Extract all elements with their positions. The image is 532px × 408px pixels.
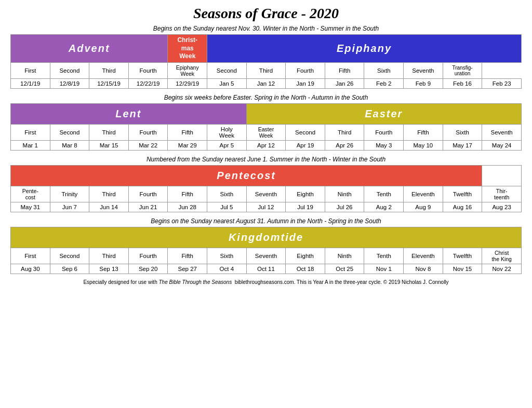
pentecost-header: Pentecost <box>11 165 482 186</box>
pent-date-1: May 31 <box>11 202 50 212</box>
kt-date-4: Sep 20 <box>128 264 168 274</box>
advent-epiphany-table: Advent Christ-masWeek Epiphany First Sec… <box>10 34 522 89</box>
kt-col-5: Fifth <box>168 248 207 264</box>
pent-date-11: Aug 9 <box>404 202 443 212</box>
pent-date-13: Aug 23 <box>482 202 522 212</box>
pentecost-subtitle: Numbered from the Sunday nearest June 1.… <box>10 156 522 163</box>
epiphany-date-4: Jan 26 <box>325 78 364 88</box>
epiphany-col-sixth: Sixth <box>364 62 404 78</box>
epiphany-col-second: Second <box>207 62 247 78</box>
pent-date-10: Aug 2 <box>364 202 404 212</box>
easter-col-third: Third <box>325 124 364 140</box>
lent-col-second: Second <box>50 124 89 140</box>
lent-date-3: Mar 15 <box>89 140 129 150</box>
page-title: Seasons of Grace - 2020 <box>10 5 522 22</box>
pent-date-7: Jul 12 <box>246 202 286 212</box>
pent-date-6: Jul 5 <box>207 202 247 212</box>
christmas-date: 12/29/19 <box>168 78 207 88</box>
easter-date-6: May 17 <box>443 140 482 150</box>
epiphany-date-1: Jan 5 <box>207 78 247 88</box>
epiphany-header: Epiphany <box>207 35 522 63</box>
easter-date-1: Apr 12 <box>246 140 286 150</box>
pentecost-block: Numbered from the Sunday nearest June 1.… <box>10 156 522 212</box>
lent-easter-table: Lent Easter First Second Third Fourth Fi… <box>10 103 522 151</box>
epiphany-col-fourth: Fourth <box>286 62 325 78</box>
pent-col-10: Tenth <box>364 186 404 202</box>
epiphany-date-3: Jan 19 <box>286 78 325 88</box>
pent-date-2: Jun 7 <box>50 202 89 212</box>
kt-date-6: Oct 4 <box>207 264 247 274</box>
pent-col-11: Eleventh <box>404 186 443 202</box>
kt-col-4: Fourth <box>128 248 168 264</box>
christmas-col: EpiphanyWeek <box>168 62 207 78</box>
kt-date-7: Oct 11 <box>246 264 286 274</box>
kt-col-8: Eighth <box>286 248 325 264</box>
epiphany-date-5: Feb 2 <box>364 78 404 88</box>
kt-col-10: Tenth <box>364 248 404 264</box>
easter-col-easterweek: EasterWeek <box>246 124 286 140</box>
kt-col-3: Third <box>89 248 129 264</box>
kt-col-7: Seventh <box>246 248 286 264</box>
kt-col-13: Christthe King <box>482 248 522 264</box>
kingdomtide-header: Kingdomtide <box>11 227 522 248</box>
kt-date-11: Nov 8 <box>404 264 443 274</box>
pent-date-3: Jun 14 <box>89 202 129 212</box>
advent-col-fourth: Fourth <box>128 62 168 78</box>
easter-col-fifth: Fifth <box>404 124 443 140</box>
advent-header: Advent <box>11 35 168 63</box>
lent-date-2: Mar 8 <box>50 140 89 150</box>
advent-epiphany-block: Begins on the Sunday nearest Nov. 30. Wi… <box>10 25 522 89</box>
christmas-header: Christ-masWeek <box>168 35 207 63</box>
kt-col-6: Sixth <box>207 248 247 264</box>
lent-col-fourth: Fourth <box>128 124 168 140</box>
footer-note: Especially designed for use with The Bib… <box>10 279 522 285</box>
lent-col-holyweek: HolyWeek <box>207 124 247 140</box>
easter-col-fourth: Fourth <box>364 124 404 140</box>
advent-date-1: 12/1/19 <box>11 78 50 88</box>
kt-col-1: First <box>11 248 50 264</box>
pent-col-2: Trinity <box>50 186 89 202</box>
epiphany-date-2: Jan 12 <box>246 78 286 88</box>
pent-date-5: Jun 28 <box>168 202 207 212</box>
advent-col-third: Third <box>89 62 129 78</box>
epiphany-col-fifth: Fifth <box>325 62 364 78</box>
easter-col-second: Second <box>286 124 325 140</box>
easter-date-3: Apr 26 <box>325 140 364 150</box>
kt-date-8: Oct 18 <box>286 264 325 274</box>
pent-date-8: Jul 19 <box>286 202 325 212</box>
advent-date-3: 12/15/19 <box>89 78 129 88</box>
kt-date-3: Sep 13 <box>89 264 129 274</box>
kt-col-9: Ninth <box>325 248 364 264</box>
advent-date-4: 12/22/19 <box>128 78 168 88</box>
lent-header: Lent <box>11 103 247 124</box>
kt-date-12: Nov 15 <box>443 264 482 274</box>
kingdomtide-table: Kingdomtide First Second Third Fourth Fi… <box>10 227 522 274</box>
epiphany-col-third: Third <box>246 62 286 78</box>
kt-date-13: Nov 22 <box>482 264 522 274</box>
kt-date-1: Aug 30 <box>11 264 50 274</box>
easter-col-seventh: Seventh <box>482 124 522 140</box>
kt-date-5: Sep 27 <box>168 264 207 274</box>
pent-col-4: Fourth <box>128 186 168 202</box>
pent-col-8: Eighth <box>286 186 325 202</box>
pent-col-5: Fifth <box>168 186 207 202</box>
lent-date-5: Mar 29 <box>168 140 207 150</box>
advent-date-2: 12/8/19 <box>50 78 89 88</box>
lent-col-fifth: Fifth <box>168 124 207 140</box>
easter-date-5: May 10 <box>404 140 443 150</box>
lent-subtitle: Begins six weeks before Easter. Spring i… <box>10 94 522 101</box>
pent-col-9: Ninth <box>325 186 364 202</box>
kt-col-2: Second <box>50 248 89 264</box>
epiphany-date-7: Feb 16 <box>443 78 482 88</box>
easter-col-sixth: Sixth <box>443 124 482 140</box>
epiphany-date-8: Feb 23 <box>482 78 522 88</box>
kingdomtide-subtitle: Begins on the Sunday nearest August 31. … <box>10 217 522 225</box>
lent-date-holyweek: Apr 5 <box>207 140 247 150</box>
pent-col-13: Thir-teenth <box>482 186 522 202</box>
lent-date-1: Mar 1 <box>11 140 50 150</box>
lent-col-first: First <box>11 124 50 140</box>
epiphany-col-transfig: Transfig-uration <box>443 62 482 78</box>
pent-date-4: Jun 21 <box>128 202 168 212</box>
lent-col-third: Third <box>89 124 129 140</box>
lent-date-4: Mar 22 <box>128 140 168 150</box>
